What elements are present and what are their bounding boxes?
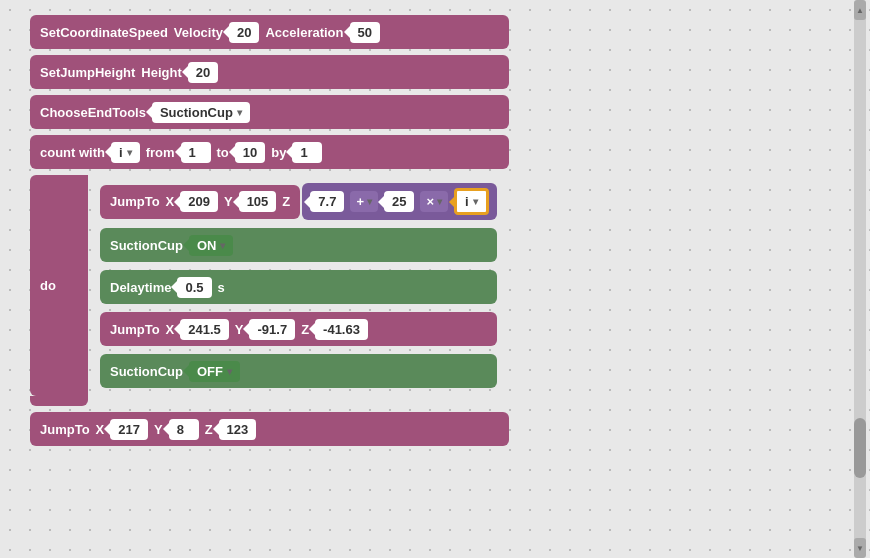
jumpto3-label: JumpTo — [40, 422, 90, 437]
chevron-down-icon: ▾ — [437, 196, 442, 207]
set-jump-height-block: SetJumpHeight Height 20 — [30, 55, 509, 89]
expr-block: 7.7 + ▾ 25 × ▾ — [302, 183, 496, 220]
suction-on-label: SuctionCup — [110, 238, 183, 253]
do-body: JumpTo X 209 Y 105 Z 7.7 — [80, 175, 509, 396]
do-footer — [30, 396, 88, 406]
jumpto1-y-label: Y — [224, 194, 233, 209]
set-coordinate-speed-label: SetCoordinateSpeed — [40, 25, 168, 40]
jumpto2-z-label: Z — [301, 322, 309, 337]
jumpto2-z-input[interactable]: -41.63 — [315, 319, 368, 340]
jumpto1-z-label: Z — [282, 194, 290, 209]
const-input[interactable]: 25 — [384, 191, 414, 212]
acceleration-input[interactable]: 50 — [350, 22, 380, 43]
to-input[interactable]: 10 — [235, 142, 265, 163]
by-label: by — [271, 145, 286, 160]
chevron-down-icon: ▾ — [227, 366, 232, 377]
to-label: to — [217, 145, 229, 160]
height-label: Height — [141, 65, 181, 80]
jumpto2-x-input[interactable]: 241.5 — [180, 319, 229, 340]
chevron-down-icon: ▾ — [237, 107, 242, 118]
scroll-up-arrow[interactable]: ▲ — [854, 0, 866, 20]
set-coordinate-speed-block: SetCoordinateSpeed Velocity 20 Accelerat… — [30, 15, 509, 49]
jumpto1-label: JumpTo — [110, 194, 160, 209]
set-jump-height-label: SetJumpHeight — [40, 65, 135, 80]
count-block: count with i ▾ from 1 to 10 by 1 — [30, 135, 509, 169]
jumpto3-x-label: X — [96, 422, 105, 437]
delaytime-input[interactable]: 0.5 — [177, 277, 211, 298]
scroll-down-arrow[interactable]: ▼ — [854, 538, 866, 558]
chevron-down-icon: ▾ — [220, 240, 225, 251]
choose-end-tools-block: ChooseEndTools SuctionCup ▾ — [30, 95, 509, 129]
jumpto3-y-input[interactable]: 8 — [169, 419, 199, 440]
chevron-down-icon: ▾ — [127, 147, 132, 158]
i-var-highlighted[interactable]: i ▾ — [454, 188, 489, 215]
jumpto1-x-input[interactable]: 209 — [180, 191, 218, 212]
jumpto2-block: JumpTo X 241.5 Y -91.7 Z -41.63 — [100, 312, 497, 346]
jumpto2-x-label: X — [166, 322, 175, 337]
delaytime-block: Delaytime 0.5 s — [100, 270, 497, 304]
jumpto1-y-input[interactable]: 105 — [239, 191, 277, 212]
suction-off-dropdown[interactable]: OFF ▾ — [189, 361, 240, 382]
jumpto2-y-label: Y — [235, 322, 244, 337]
delaytime-unit: s — [218, 280, 225, 295]
by-input[interactable]: 1 — [292, 142, 322, 163]
suction-off-block: SuctionCup OFF ▾ — [100, 354, 497, 388]
jumpto2-y-input[interactable]: -91.7 — [249, 319, 295, 340]
suction-on-dropdown[interactable]: ON ▾ — [189, 235, 234, 256]
velocity-label: Velocity — [174, 25, 223, 40]
jumpto1-x-label: X — [166, 194, 175, 209]
jumpto1-row: JumpTo X 209 Y 105 Z 7.7 — [100, 183, 497, 220]
jumpto3-y-label: Y — [154, 422, 163, 437]
scrollbar-thumb[interactable] — [854, 418, 866, 478]
plus-operator[interactable]: + ▾ — [350, 191, 378, 212]
count-var-dropdown[interactable]: i ▾ — [111, 142, 140, 163]
z-base-input[interactable]: 7.7 — [310, 191, 344, 212]
jumpto3-z-label: Z — [205, 422, 213, 437]
choose-end-tools-label: ChooseEndTools — [40, 105, 146, 120]
from-label: from — [146, 145, 175, 160]
jumpto3-x-input[interactable]: 217 — [110, 419, 148, 440]
scrollbar[interactable]: ▲ ▼ — [854, 0, 866, 558]
suction-off-label: SuctionCup — [110, 364, 183, 379]
end-tool-dropdown[interactable]: SuctionCup ▾ — [152, 102, 250, 123]
height-input[interactable]: 20 — [188, 62, 218, 83]
chevron-down-icon: ▾ — [367, 196, 372, 207]
velocity-input[interactable]: 20 — [229, 22, 259, 43]
jumpto2-label: JumpTo — [110, 322, 160, 337]
chevron-down-icon: ▾ — [473, 196, 478, 207]
jumpto3-z-input[interactable]: 123 — [219, 419, 257, 440]
jumpto3-block: JumpTo X 217 Y 8 Z 123 — [30, 412, 509, 446]
suction-on-block: SuctionCup ON ▾ — [100, 228, 497, 262]
acceleration-label: Acceleration — [265, 25, 343, 40]
jumpto1-block: JumpTo X 209 Y 105 Z — [100, 185, 300, 219]
delaytime-label: Delaytime — [110, 280, 171, 295]
count-label: count with — [40, 145, 105, 160]
do-header: do — [30, 175, 80, 396]
multiply-operator[interactable]: × ▾ — [420, 191, 448, 212]
do-wrapper: do JumpTo X 209 Y 105 Z — [30, 175, 509, 406]
from-input[interactable]: 1 — [181, 142, 211, 163]
